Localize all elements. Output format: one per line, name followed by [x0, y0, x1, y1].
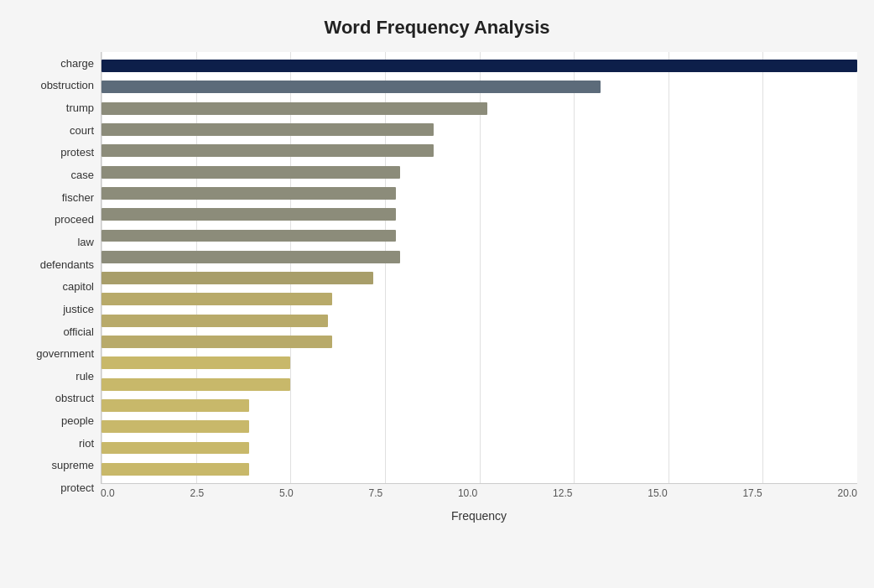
bar-row	[101, 310, 857, 331]
bar-row	[101, 204, 857, 225]
y-labels: chargeobstructiontrumpcourtprotestcasefi…	[17, 52, 101, 523]
bar-row	[101, 119, 857, 140]
y-label: case	[71, 169, 94, 180]
y-label: proceed	[55, 214, 94, 225]
x-axis: 0.02.55.07.510.012.515.017.520.0	[101, 484, 857, 507]
bar-row	[101, 161, 857, 182]
bar-row	[101, 268, 857, 289]
bar	[101, 463, 249, 476]
y-label: obstruct	[55, 393, 94, 403]
bar	[101, 378, 290, 391]
x-tick: 5.0	[279, 487, 294, 507]
bar-row	[101, 352, 857, 373]
y-label: official	[63, 326, 94, 337]
x-tick: 7.5	[368, 487, 382, 507]
bar-row	[101, 459, 857, 480]
y-label: fischer	[62, 192, 94, 203]
bar-row	[101, 247, 857, 268]
x-tick: 0.0	[101, 487, 115, 507]
bars-container	[101, 52, 857, 483]
bar-row	[101, 437, 857, 458]
bar	[101, 208, 396, 221]
x-tick: 15.0	[648, 487, 667, 507]
bar-row	[101, 373, 857, 394]
y-label: obstruction	[40, 80, 94, 91]
y-label: rule	[75, 371, 94, 382]
bar-row	[101, 76, 857, 97]
bar	[101, 230, 396, 242]
y-label: people	[61, 415, 94, 426]
bar	[101, 442, 249, 455]
bar	[101, 187, 396, 200]
chart-area: chargeobstructiontrumpcourtprotestcasefi…	[17, 52, 857, 523]
bar	[101, 60, 857, 72]
bar-row	[101, 331, 857, 352]
y-label: capitol	[62, 281, 94, 292]
y-label: protect	[60, 482, 94, 493]
bar-row	[101, 98, 857, 119]
y-label: charge	[60, 58, 94, 69]
bar	[101, 123, 434, 136]
bar	[101, 356, 290, 369]
bar	[101, 336, 332, 348]
bar	[101, 166, 400, 179]
y-label: supreme	[51, 460, 94, 471]
bar	[101, 81, 601, 93]
bar	[101, 420, 249, 433]
y-label: trump	[66, 102, 94, 113]
chart-container: Word Frequency Analysis chargeobstructio…	[0, 0, 874, 588]
bars-wrapper	[101, 52, 857, 484]
bar	[101, 315, 328, 327]
bar-row	[101, 395, 857, 416]
y-label: court	[70, 125, 94, 136]
bar	[101, 251, 400, 263]
bar	[101, 102, 487, 115]
bar-row	[101, 289, 857, 310]
bar	[101, 293, 332, 305]
x-axis-label: Frequency	[101, 509, 857, 523]
bar-row	[101, 183, 857, 204]
bar-row	[101, 140, 857, 161]
y-label: defendants	[40, 259, 94, 270]
y-label: government	[36, 348, 94, 359]
bar-row	[101, 225, 857, 246]
bar-row	[101, 416, 857, 437]
y-label: law	[77, 237, 94, 247]
bar-row	[101, 55, 857, 76]
bar	[101, 272, 373, 284]
bar	[101, 144, 434, 157]
x-tick: 12.5	[553, 487, 572, 507]
y-label: justice	[63, 304, 94, 315]
x-tick: 2.5	[190, 487, 204, 507]
x-tick: 17.5	[742, 487, 762, 507]
chart-title: Word Frequency Analysis	[17, 17, 857, 39]
y-label: protest	[60, 147, 94, 158]
y-label: riot	[79, 438, 94, 449]
bar	[101, 399, 249, 412]
x-tick: 10.0	[458, 487, 477, 507]
plot-area: 0.02.55.07.510.012.515.017.520.0 Frequen…	[101, 52, 857, 523]
x-tick: 20.0	[838, 487, 857, 507]
